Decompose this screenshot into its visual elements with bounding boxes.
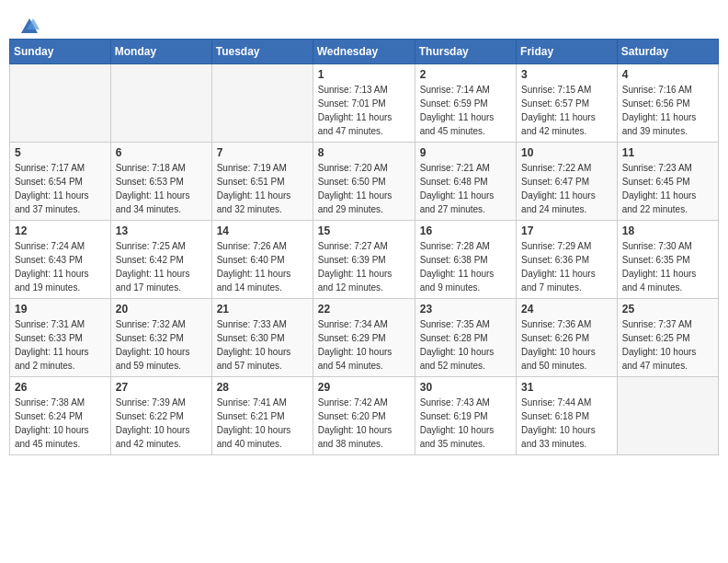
day-info: Sunrise: 7:33 AMSunset: 6:30 PMDaylight:… xyxy=(217,317,308,373)
day-number: 22 xyxy=(318,303,410,316)
day-number: 23 xyxy=(420,303,511,316)
day-number: 17 xyxy=(521,224,612,237)
day-header-tuesday: Tuesday xyxy=(211,40,313,64)
day-info: Sunrise: 7:20 AMSunset: 6:50 PMDaylight:… xyxy=(318,161,410,216)
calendar-cell: 27Sunrise: 7:39 AMSunset: 6:22 PMDayligh… xyxy=(110,377,211,455)
day-header-monday: Monday xyxy=(110,40,211,64)
day-info: Sunrise: 7:28 AMSunset: 6:38 PMDaylight:… xyxy=(420,239,511,294)
day-header-wednesday: Wednesday xyxy=(313,40,415,64)
day-info: Sunrise: 7:21 AMSunset: 6:48 PMDaylight:… xyxy=(420,161,511,216)
calendar-cell: 18Sunrise: 7:30 AMSunset: 6:35 PMDayligh… xyxy=(617,221,718,299)
page-header xyxy=(9,9,719,35)
calendar-cell: 26Sunrise: 7:38 AMSunset: 6:24 PMDayligh… xyxy=(10,377,111,455)
calendar-cell: 14Sunrise: 7:26 AMSunset: 6:40 PMDayligh… xyxy=(211,221,313,299)
day-number: 29 xyxy=(318,381,410,394)
day-number: 9 xyxy=(420,146,511,159)
day-info: Sunrise: 7:41 AMSunset: 6:21 PMDaylight:… xyxy=(217,396,308,451)
day-number: 6 xyxy=(116,146,207,159)
day-header-friday: Friday xyxy=(517,40,618,64)
calendar-cell: 23Sunrise: 7:35 AMSunset: 6:28 PMDayligh… xyxy=(415,299,516,377)
day-info: Sunrise: 7:13 AMSunset: 7:01 PMDaylight:… xyxy=(318,83,410,138)
day-header-sunday: Sunday xyxy=(10,40,111,64)
calendar-cell: 25Sunrise: 7:37 AMSunset: 6:25 PMDayligh… xyxy=(617,299,718,377)
day-info: Sunrise: 7:36 AMSunset: 6:26 PMDaylight:… xyxy=(521,317,612,373)
day-info: Sunrise: 7:44 AMSunset: 6:18 PMDaylight:… xyxy=(521,396,612,451)
day-number: 11 xyxy=(622,146,713,159)
calendar-cell: 3Sunrise: 7:15 AMSunset: 6:57 PMDaylight… xyxy=(517,64,618,143)
day-info: Sunrise: 7:16 AMSunset: 6:56 PMDaylight:… xyxy=(622,83,713,138)
calendar-cell xyxy=(211,64,313,143)
day-info: Sunrise: 7:35 AMSunset: 6:28 PMDaylight:… xyxy=(420,317,511,373)
day-info: Sunrise: 7:15 AMSunset: 6:57 PMDaylight:… xyxy=(521,83,612,138)
calendar-cell: 24Sunrise: 7:36 AMSunset: 6:26 PMDayligh… xyxy=(517,299,618,377)
calendar-cell: 11Sunrise: 7:23 AMSunset: 6:45 PMDayligh… xyxy=(617,143,718,221)
day-number: 18 xyxy=(622,224,713,237)
day-info: Sunrise: 7:26 AMSunset: 6:40 PMDaylight:… xyxy=(217,239,308,294)
calendar-week-row: 5Sunrise: 7:17 AMSunset: 6:54 PMDaylight… xyxy=(10,143,719,221)
calendar-cell: 22Sunrise: 7:34 AMSunset: 6:29 PMDayligh… xyxy=(313,299,415,377)
logo-icon xyxy=(19,17,40,37)
day-number: 27 xyxy=(116,381,207,394)
day-number: 25 xyxy=(622,303,713,316)
day-number: 5 xyxy=(15,146,106,159)
day-number: 13 xyxy=(116,224,207,237)
day-info: Sunrise: 7:23 AMSunset: 6:45 PMDaylight:… xyxy=(622,161,713,216)
day-number: 1 xyxy=(318,68,410,81)
day-number: 4 xyxy=(622,68,713,81)
day-number: 19 xyxy=(15,303,106,316)
calendar-cell: 28Sunrise: 7:41 AMSunset: 6:21 PMDayligh… xyxy=(211,377,313,455)
calendar-cell: 17Sunrise: 7:29 AMSunset: 6:36 PMDayligh… xyxy=(517,221,618,299)
day-number: 7 xyxy=(217,146,308,159)
calendar-cell: 16Sunrise: 7:28 AMSunset: 6:38 PMDayligh… xyxy=(415,221,516,299)
day-number: 8 xyxy=(318,146,410,159)
day-info: Sunrise: 7:34 AMSunset: 6:29 PMDaylight:… xyxy=(318,317,410,373)
calendar-cell: 19Sunrise: 7:31 AMSunset: 6:33 PMDayligh… xyxy=(10,299,111,377)
calendar-cell: 8Sunrise: 7:20 AMSunset: 6:50 PMDaylight… xyxy=(313,143,415,221)
calendar-cell: 10Sunrise: 7:22 AMSunset: 6:47 PMDayligh… xyxy=(517,143,618,221)
calendar-cell xyxy=(617,377,718,455)
day-number: 31 xyxy=(521,381,612,394)
day-info: Sunrise: 7:18 AMSunset: 6:53 PMDaylight:… xyxy=(116,161,207,216)
day-info: Sunrise: 7:19 AMSunset: 6:51 PMDaylight:… xyxy=(217,161,308,216)
day-info: Sunrise: 7:39 AMSunset: 6:22 PMDaylight:… xyxy=(116,396,207,451)
calendar-cell: 20Sunrise: 7:32 AMSunset: 6:32 PMDayligh… xyxy=(110,299,211,377)
calendar-cell: 4Sunrise: 7:16 AMSunset: 6:56 PMDaylight… xyxy=(617,64,718,143)
logo xyxy=(18,17,40,31)
day-info: Sunrise: 7:22 AMSunset: 6:47 PMDaylight:… xyxy=(521,161,612,216)
calendar-cell: 30Sunrise: 7:43 AMSunset: 6:19 PMDayligh… xyxy=(415,377,516,455)
calendar-cell: 29Sunrise: 7:42 AMSunset: 6:20 PMDayligh… xyxy=(313,377,415,455)
calendar-cell: 12Sunrise: 7:24 AMSunset: 6:43 PMDayligh… xyxy=(10,221,111,299)
day-number: 2 xyxy=(420,68,511,81)
day-info: Sunrise: 7:42 AMSunset: 6:20 PMDaylight:… xyxy=(318,396,410,451)
calendar-cell: 1Sunrise: 7:13 AMSunset: 7:01 PMDaylight… xyxy=(313,64,415,143)
calendar-cell xyxy=(110,64,211,143)
calendar-week-row: 1Sunrise: 7:13 AMSunset: 7:01 PMDaylight… xyxy=(10,64,719,143)
day-number: 24 xyxy=(521,303,612,316)
day-number: 12 xyxy=(15,224,106,237)
calendar-cell: 6Sunrise: 7:18 AMSunset: 6:53 PMDaylight… xyxy=(110,143,211,221)
day-info: Sunrise: 7:37 AMSunset: 6:25 PMDaylight:… xyxy=(622,317,713,373)
day-number: 26 xyxy=(15,381,106,394)
calendar-table: SundayMondayTuesdayWednesdayThursdayFrid… xyxy=(9,39,719,455)
calendar-week-row: 12Sunrise: 7:24 AMSunset: 6:43 PMDayligh… xyxy=(10,221,719,299)
day-number: 28 xyxy=(217,381,308,394)
day-info: Sunrise: 7:43 AMSunset: 6:19 PMDaylight:… xyxy=(420,396,511,451)
calendar-header-row: SundayMondayTuesdayWednesdayThursdayFrid… xyxy=(10,40,719,64)
day-info: Sunrise: 7:14 AMSunset: 6:59 PMDaylight:… xyxy=(420,83,511,138)
day-info: Sunrise: 7:17 AMSunset: 6:54 PMDaylight:… xyxy=(15,161,106,216)
calendar-cell: 31Sunrise: 7:44 AMSunset: 6:18 PMDayligh… xyxy=(517,377,618,455)
day-info: Sunrise: 7:32 AMSunset: 6:32 PMDaylight:… xyxy=(116,317,207,373)
day-number: 16 xyxy=(420,224,511,237)
calendar-cell: 5Sunrise: 7:17 AMSunset: 6:54 PMDaylight… xyxy=(10,143,111,221)
day-info: Sunrise: 7:29 AMSunset: 6:36 PMDaylight:… xyxy=(521,239,612,294)
day-number: 21 xyxy=(217,303,308,316)
day-number: 20 xyxy=(116,303,207,316)
day-info: Sunrise: 7:30 AMSunset: 6:35 PMDaylight:… xyxy=(622,239,713,294)
day-header-thursday: Thursday xyxy=(415,40,516,64)
day-info: Sunrise: 7:31 AMSunset: 6:33 PMDaylight:… xyxy=(15,317,106,373)
calendar-week-row: 26Sunrise: 7:38 AMSunset: 6:24 PMDayligh… xyxy=(10,377,719,455)
calendar-cell: 15Sunrise: 7:27 AMSunset: 6:39 PMDayligh… xyxy=(313,221,415,299)
day-number: 10 xyxy=(521,146,612,159)
day-number: 3 xyxy=(521,68,612,81)
calendar-cell: 7Sunrise: 7:19 AMSunset: 6:51 PMDaylight… xyxy=(211,143,313,221)
